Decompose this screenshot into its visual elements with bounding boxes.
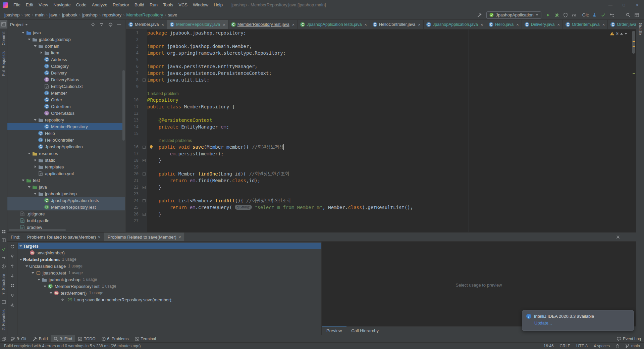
close-tab-icon[interactable]: × <box>292 22 295 27</box>
editor-tab-member-java[interactable]: CMember.java× <box>126 20 167 29</box>
usage-row[interactable]: jpashop.test1 usage <box>18 269 321 276</box>
tree-item-hellocontroller[interactable]: CHelloController <box>7 137 125 143</box>
group-icon[interactable] <box>9 282 16 289</box>
code-line[interactable]: 16− public void save(Member member){ //회… <box>126 144 636 150</box>
toolwindow-button-9-git[interactable]: 9: Git <box>8 335 30 342</box>
code-line[interactable]: 4import org.springframework.stereotype.R… <box>126 50 636 56</box>
project-horizontal-scrollbar[interactable] <box>9 229 66 231</box>
code-line[interactable]: 18− } <box>126 157 636 164</box>
arrow-down-icon[interactable] <box>9 272 16 279</box>
search-everywhere-icon[interactable] <box>624 11 632 19</box>
tree-item-jpabook-jpashop[interactable]: jpabook.jpashop <box>7 36 125 43</box>
columns-stripe-button[interactable] <box>0 236 7 245</box>
tree-item-orderitem[interactable]: COrderItem <box>7 103 125 110</box>
chevron-down-icon[interactable] <box>33 119 38 121</box>
toolwindow-button-6-problems[interactable]: 6: Problems <box>99 335 132 342</box>
tree-item-orderstatus[interactable]: EOrderStatus <box>7 110 125 116</box>
update-project-icon[interactable] <box>590 11 598 19</box>
menu-view[interactable]: View <box>36 0 51 10</box>
chevron-down-icon[interactable] <box>27 153 32 154</box>
inlay-hint-row[interactable]: 1 related problem <box>126 90 636 97</box>
editor-tab-jpashopapplicationtests-java[interactable]: CJpashopApplicationTests.java× <box>298 20 370 29</box>
close-tab-icon[interactable]: × <box>557 22 560 27</box>
tree-item-entitycaution-txt[interactable]: EntityCaution.txt <box>7 83 125 90</box>
tree-item-templates[interactable]: templates <box>7 163 125 170</box>
editor-tab-hello-java[interactable]: CHello.java× <box>486 20 522 29</box>
fold-marker-icon[interactable]: − <box>141 144 147 150</box>
profiler-icon[interactable] <box>570 11 578 19</box>
status-line-ending[interactable]: CRLF <box>560 344 570 348</box>
chevron-down-icon[interactable] <box>18 245 23 247</box>
breadcrumb-jpabook[interactable]: jpabook <box>61 12 78 17</box>
tree-item-order[interactable]: COrder <box>7 96 125 103</box>
tree-item-jpabook-jpashop[interactable]: jpabook.jpashop <box>7 190 125 197</box>
editor-tab-orderitem-java[interactable]: COrderItem.java× <box>563 20 608 29</box>
editor-tab-jpashopapplication-java[interactable]: CJpashopApplication.java× <box>424 20 486 29</box>
tree-item-member[interactable]: CMember <box>7 90 125 96</box>
close-tab-icon[interactable]: × <box>364 22 367 27</box>
inspections-widget[interactable]: 8 <box>610 31 627 36</box>
rerun-icon[interactable] <box>9 243 16 250</box>
code-line[interactable]: 25 return em.createQuery( qlString: "sel… <box>126 204 636 211</box>
chevron-down-icon[interactable] <box>21 180 25 181</box>
menu-tools[interactable]: Tools <box>160 0 176 10</box>
find-tab[interactable]: Problems Related to save(Member)× <box>24 233 104 241</box>
menu-file[interactable]: File <box>11 0 23 10</box>
tree-item-category[interactable]: CCategory <box>7 63 125 69</box>
run-config-select[interactable]: JpashopApplication <box>486 11 541 19</box>
tree-item-build-gradle[interactable]: build.gradle <box>7 217 125 224</box>
code-line[interactable]: 9 <box>126 83 636 90</box>
menu-vcs[interactable]: VCS <box>176 0 190 10</box>
toolwindow-button-build[interactable]: Build <box>30 335 51 342</box>
code-line[interactable]: 19 <box>126 164 636 170</box>
check-stripe-button[interactable] <box>0 245 7 253</box>
code-line[interactable]: 26− } <box>126 211 636 217</box>
chevron-down-icon[interactable] <box>25 24 28 26</box>
run-icon[interactable] <box>544 11 552 19</box>
prev-problem-icon[interactable] <box>620 33 623 35</box>
close-button[interactable]: × <box>631 0 644 10</box>
code-line[interactable]: 7import javax.persistence.PersistenceCon… <box>126 70 636 77</box>
stripe-commit[interactable]: Commit <box>1 29 6 48</box>
menu-run[interactable]: Run <box>147 0 160 10</box>
status-readonly-toggle[interactable] <box>616 344 619 348</box>
settings-icon[interactable] <box>107 21 114 28</box>
toolwindow-switcher-icon[interactable] <box>0 335 8 342</box>
close-tab-icon[interactable]: × <box>98 235 101 240</box>
menu-analyze[interactable]: Analyze <box>89 0 110 10</box>
fold-marker-icon[interactable]: − <box>141 157 147 164</box>
collapse-all-icon[interactable] <box>98 21 105 28</box>
usage-row[interactable]: Targets <box>18 243 321 249</box>
tree-item-static[interactable]: static <box>7 157 125 163</box>
code-line[interactable]: 14 private EntityManager em; <box>126 123 636 130</box>
usage-row[interactable]: 29Long savedId = memberRepository.save(m… <box>18 296 321 303</box>
chevron-right-icon[interactable] <box>33 165 38 168</box>
tree-item-memberrepository[interactable]: CMemberRepository <box>7 123 125 130</box>
menu-edit[interactable]: Edit <box>23 0 36 10</box>
fold-marker-icon[interactable]: − <box>141 170 147 177</box>
usage-row[interactable]: Related problems1 usage <box>18 256 321 263</box>
menu-refactor[interactable]: Refactor <box>110 0 132 10</box>
menu-navigate[interactable]: Navigate <box>51 0 73 10</box>
chevron-down-icon[interactable] <box>37 279 41 281</box>
fold-marker-icon[interactable]: − <box>141 197 147 204</box>
editor-tab-order-java[interactable]: COrder.java× <box>608 20 636 29</box>
inlay-hint-row[interactable]: 2 related problems <box>126 137 636 144</box>
fold-marker-icon[interactable]: − <box>141 211 147 217</box>
pin-icon[interactable] <box>9 253 16 260</box>
menu-window[interactable]: Window <box>190 0 211 10</box>
usage-row[interactable]: mtestMember()1 usage <box>18 290 321 296</box>
breadcrumb-memberrepository[interactable]: MemberRepository <box>125 12 164 17</box>
maximize-button[interactable]: □ <box>617 0 631 10</box>
arrow-right-stripe-button[interactable] <box>0 253 7 262</box>
editor-scrollbar[interactable] <box>632 30 636 232</box>
chevron-down-icon[interactable] <box>31 272 35 274</box>
layout-icon[interactable] <box>633 11 641 19</box>
tree-item-jpashopapplicationtests[interactable]: CJpashopApplicationTests <box>7 197 125 204</box>
info-stripe-button[interactable] <box>0 262 7 271</box>
project-stripe-button[interactable] <box>0 20 7 29</box>
grid-stripe-button[interactable] <box>0 227 7 236</box>
preview-tab-preview[interactable]: Preview <box>322 327 346 335</box>
status-indent[interactable]: 4 spaces <box>594 344 610 348</box>
arrow-up-icon[interactable] <box>9 263 16 269</box>
